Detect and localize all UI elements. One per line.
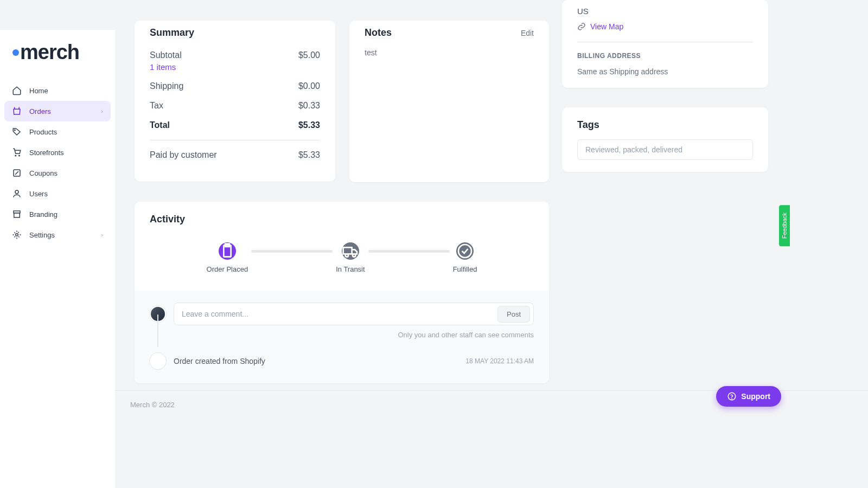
sidebar-item-settings[interactable]: Settings ›	[4, 224, 111, 245]
feedback-tab[interactable]: Feedback	[779, 205, 790, 246]
cart-icon	[12, 147, 22, 157]
post-button[interactable]: Post	[497, 306, 530, 323]
step-order-placed: Order Placed	[207, 242, 248, 273]
step-fulfilled: Fulfilled	[453, 242, 477, 273]
paid-value: $5.33	[298, 150, 320, 160]
summary-card: Summary Subtotal $5.00 1 items Shipping …	[135, 21, 335, 182]
notes-card: Notes Edit test	[349, 21, 549, 182]
sidebar-item-label: Branding	[29, 210, 58, 219]
sidebar-item-label: Home	[29, 87, 48, 95]
timeline-line	[157, 314, 158, 347]
shipping-value: $0.00	[298, 81, 320, 91]
svg-point-4	[15, 190, 18, 194]
sidebar-item-label: Storefronts	[29, 149, 64, 157]
tax-label: Tax	[150, 101, 163, 111]
svg-point-1	[15, 155, 16, 156]
progress-bar	[368, 250, 450, 253]
logo[interactable]: merch	[4, 41, 111, 80]
chevron-right-icon: ›	[101, 108, 103, 114]
logo-dot-icon	[12, 49, 19, 56]
view-map-label: View Map	[590, 22, 623, 31]
logo-text: merch	[20, 41, 79, 64]
truck-icon	[342, 242, 359, 260]
sidebar-item-label: Settings	[29, 231, 55, 239]
svg-rect-9	[343, 247, 352, 254]
sidebar-item-branding[interactable]: Branding	[4, 204, 111, 224]
gear-icon	[12, 230, 22, 240]
sidebar-item-orders[interactable]: Orders ›	[4, 101, 111, 121]
clipboard-icon	[219, 242, 236, 260]
sidebar: merch Home Orders › Products Storefronts…	[0, 30, 115, 488]
billing-heading: BILLING ADDRESS	[577, 52, 753, 60]
svg-point-7	[16, 234, 18, 236]
link-icon	[577, 22, 586, 31]
sidebar-item-label: Users	[29, 190, 48, 198]
step-label: Order Placed	[207, 265, 248, 273]
view-map-link[interactable]: View Map	[577, 22, 753, 31]
activity-card: Activity Order Placed In Transit Fulfill…	[135, 202, 549, 383]
svg-point-12	[458, 245, 471, 258]
progress-tracker: Order Placed In Transit Fulfilled	[135, 242, 549, 291]
sidebar-item-coupons[interactable]: Coupons	[4, 163, 111, 183]
right-column: US View Map BILLING ADDRESS Same as Ship…	[562, 0, 768, 187]
svg-point-2	[19, 155, 20, 156]
tag-icon	[12, 127, 22, 137]
billing-text: Same as Shipping address	[577, 67, 753, 76]
comment-input[interactable]	[182, 305, 497, 323]
avatar	[150, 353, 166, 369]
step-in-transit: In Transit	[336, 242, 365, 273]
svg-point-11	[353, 254, 355, 256]
sidebar-item-label: Orders	[29, 107, 51, 115]
home-icon	[12, 86, 22, 95]
subtotal-value: $5.00	[298, 50, 320, 60]
notes-text: test	[365, 48, 534, 57]
support-label: Support	[741, 392, 770, 401]
discount-icon	[12, 168, 22, 178]
help-icon	[727, 391, 737, 401]
sidebar-item-users[interactable]: Users	[4, 183, 111, 204]
tags-input[interactable]	[577, 139, 753, 160]
archive-icon	[12, 209, 22, 219]
sidebar-item-label: Products	[29, 128, 57, 136]
activity-title: Activity	[135, 214, 549, 225]
chevron-right-icon: ›	[101, 232, 103, 238]
comment-section: Post Only you and other staff can see co…	[135, 291, 549, 383]
check-circle-icon	[456, 242, 474, 260]
sidebar-item-home[interactable]: Home	[4, 80, 111, 101]
total-value: $5.33	[298, 120, 320, 130]
step-label: Fulfilled	[453, 265, 477, 273]
subtotal-label: Subtotal	[150, 50, 182, 60]
address-card: US View Map BILLING ADDRESS Same as Ship…	[562, 0, 768, 88]
step-label: In Transit	[336, 265, 365, 273]
sidebar-item-label: Coupons	[29, 169, 58, 177]
tags-card: Tags	[562, 107, 768, 172]
sidebar-item-products[interactable]: Products	[4, 121, 111, 142]
footer-text: Merch © 2022	[130, 401, 175, 409]
user-icon	[12, 189, 22, 198]
summary-title: Summary	[150, 27, 320, 38]
divider	[150, 140, 320, 140]
address-country: US	[577, 7, 753, 16]
shipping-label: Shipping	[150, 81, 183, 91]
svg-point-0	[15, 130, 16, 131]
paid-label: Paid by customer	[150, 150, 217, 160]
log-time: 18 MAY 2022 11:43 AM	[465, 357, 534, 365]
support-button[interactable]: Support	[716, 386, 781, 407]
svg-point-10	[346, 254, 348, 256]
sidebar-item-storefronts[interactable]: Storefronts	[4, 142, 111, 163]
comment-visibility-note: Only you and other staff can see comment…	[150, 331, 534, 339]
edit-link[interactable]: Edit	[521, 29, 534, 37]
divider	[577, 42, 753, 42]
comment-input-wrap: Post	[174, 303, 534, 325]
log-text: Order created from Shopify	[174, 357, 458, 365]
bag-icon	[12, 106, 22, 116]
svg-rect-6	[14, 213, 20, 217]
items-link[interactable]: 1 items	[150, 62, 320, 72]
notes-title: Notes	[365, 27, 392, 38]
tax-value: $0.33	[298, 101, 320, 111]
tags-title: Tags	[577, 119, 753, 131]
total-label: Total	[150, 120, 170, 130]
progress-bar	[251, 250, 333, 253]
svg-point-14	[732, 399, 732, 399]
